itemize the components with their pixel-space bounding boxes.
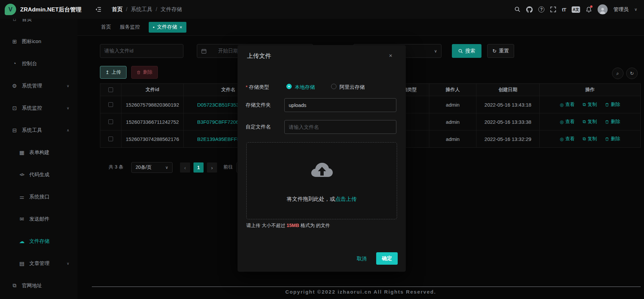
sidebar-item-system-management[interactable]: ⚙ 系统管理 ∨: [0, 75, 77, 97]
row-checkbox[interactable]: [108, 102, 113, 107]
modal-close-icon[interactable]: ×: [389, 52, 392, 59]
cell-actions: ◎查看 ⧉复制 删除: [540, 130, 640, 147]
delete-link[interactable]: 删除: [605, 136, 620, 142]
cell-actions: ◎查看 ⧉复制 删除: [540, 113, 640, 130]
radio-local-storage[interactable]: [286, 84, 292, 89]
breadcrumb-system-tools[interactable]: 系统工具: [131, 6, 152, 13]
cell-actions: ◎查看 ⧉复制 删除: [540, 96, 640, 113]
trash-icon: [605, 137, 609, 141]
row-checkbox[interactable]: [108, 137, 113, 141]
refresh-table-button[interactable]: ↻: [626, 68, 638, 79]
search-icon[interactable]: [514, 6, 521, 12]
sidebar-item-form-builder[interactable]: ▦ 表单构建: [0, 141, 77, 163]
copy-link[interactable]: ⧉复制: [583, 119, 597, 125]
row-checkbox[interactable]: [108, 119, 113, 124]
sidebar-item-system-tools[interactable]: ⊟ 系统工具 ∧: [0, 119, 77, 141]
tab-service-monitor[interactable]: 服务监控: [120, 24, 140, 30]
external-link-icon: ⧉: [11, 283, 17, 289]
chevron-down-icon: ∨: [67, 106, 69, 110]
breadcrumb-file-storage: 文件存储: [160, 6, 182, 13]
tab-file-storage-active[interactable]: ● 文件存储 ×: [149, 22, 186, 33]
eye-icon: ◎: [560, 102, 564, 107]
translate-icon[interactable]: A文: [572, 6, 580, 13]
breadcrumb: 首页 / 系统工具 / 文件存储: [112, 6, 182, 13]
sidebar-item-code-generation[interactable]: </> 代码生成: [0, 163, 77, 186]
search-icon: [458, 49, 463, 53]
next-page-button[interactable]: ›: [207, 162, 217, 173]
grid-icon: ⊞: [11, 38, 17, 45]
help-icon[interactable]: ?: [538, 6, 544, 12]
sidebar-item-system-api[interactable]: ⚌ 系统接口: [0, 186, 77, 208]
eye-icon: ◎: [560, 119, 564, 124]
breadcrumb-home[interactable]: 首页: [112, 6, 122, 13]
view-link[interactable]: ◎查看: [560, 136, 575, 142]
menu-fold-icon[interactable]: [95, 6, 102, 12]
prev-page-button[interactable]: ‹: [180, 162, 190, 173]
sidebar-item-label: 系统工具: [22, 127, 42, 134]
sidebar-item-label: 系统监控: [22, 105, 42, 111]
sidebar-item-console[interactable]: ◔ 控制台: [0, 52, 77, 75]
tip-prefix: 请上传 大小不超过: [246, 223, 287, 228]
page-size-select[interactable]: 20条/页 ∨: [131, 162, 173, 173]
upload-dropzone[interactable]: 将文件拖到此处，或点击上传: [246, 142, 397, 219]
radio-aliyun-storage[interactable]: [331, 84, 336, 89]
radio-local-label[interactable]: 本地存储: [295, 84, 315, 90]
filename-input[interactable]: [284, 120, 396, 134]
file-id-input[interactable]: 请输入文件id: [104, 48, 134, 54]
delete-button-disabled[interactable]: 删除: [131, 66, 158, 79]
fullscreen-icon[interactable]: [550, 6, 556, 12]
user-menu-chevron-icon[interactable]: ∨: [634, 7, 637, 12]
sidebar-item-official-site[interactable]: ⧉ 官网地址: [0, 274, 77, 297]
view-link[interactable]: ◎查看: [560, 102, 575, 108]
eye-icon: ◎: [560, 137, 564, 142]
view-link[interactable]: ◎查看: [560, 119, 575, 125]
folder-input[interactable]: [284, 98, 396, 112]
sidebar-item-label: 文章管理: [29, 260, 49, 267]
toggle-search-button[interactable]: ⌕: [612, 68, 623, 79]
sidebar-item-file-storage[interactable]: ☁ 文件存储: [0, 230, 77, 252]
chevron-down-icon: ∨: [165, 165, 168, 170]
column-created-date: 创建日期: [476, 84, 540, 96]
trash-icon: [137, 70, 141, 75]
upload-arrow-icon: ↥: [105, 70, 109, 75]
user-avatar[interactable]: [598, 4, 608, 14]
view-label: 查看: [565, 136, 575, 142]
notifications-bell-icon[interactable]: [586, 6, 592, 13]
goto-page-label: 前往: [223, 164, 233, 170]
page-size-value: 20条/页: [136, 164, 151, 171]
close-tab-icon[interactable]: ×: [179, 25, 182, 30]
upload-tip: 请上传 大小不超过 15MB 格式为 的文件: [246, 223, 330, 229]
click-to-upload-link[interactable]: 点击上传: [335, 196, 357, 202]
folder-label: 存储文件夹: [246, 102, 271, 108]
home-icon: ⌂: [11, 19, 17, 22]
tab-home[interactable]: 首页: [101, 24, 111, 30]
cancel-button[interactable]: 取消: [357, 256, 367, 262]
sidebar-item-system-monitor[interactable]: ⊡ 系统监控 ∨: [0, 97, 77, 119]
reset-button[interactable]: ↻ 重置: [487, 44, 514, 58]
trash-icon: [605, 120, 609, 124]
select-all-checkbox[interactable]: [108, 87, 113, 92]
copy-link[interactable]: ⧉复制: [583, 102, 597, 108]
copy-link[interactable]: ⧉复制: [583, 136, 597, 142]
github-icon[interactable]: [526, 6, 533, 13]
sidebar-item-send-mail[interactable]: ✉ 发送邮件: [0, 208, 77, 230]
radio-aliyun-label[interactable]: 阿里云存储: [339, 84, 365, 90]
search-button[interactable]: 搜索: [452, 44, 481, 58]
font-size-icon[interactable]: tT: [562, 7, 566, 12]
column-file-id: 文件id: [121, 84, 184, 96]
sidebar-item-label: 文件存储: [29, 238, 49, 245]
delete-link[interactable]: 删除: [605, 119, 620, 125]
user-name[interactable]: 管理员: [613, 6, 629, 13]
sidebar-item-home[interactable]: ⌂ 首页: [0, 19, 77, 30]
delete-label: 删除: [611, 136, 620, 142]
sidebar-item-icons[interactable]: ⊞ 图标icon: [0, 30, 77, 52]
refresh-icon: ↻: [630, 71, 634, 76]
magnifier-icon: ⌕: [616, 71, 619, 76]
sidebar-item-article-management[interactable]: ▤ 文章管理 ∨: [0, 252, 77, 274]
current-page-button[interactable]: 1: [193, 162, 204, 173]
upload-button[interactable]: ↥ 上传: [100, 66, 127, 79]
delete-link[interactable]: 删除: [605, 102, 620, 108]
sidebar-item-label: 发送邮件: [29, 216, 49, 222]
confirm-button[interactable]: 确定: [376, 252, 398, 265]
notification-badge: [590, 5, 593, 8]
